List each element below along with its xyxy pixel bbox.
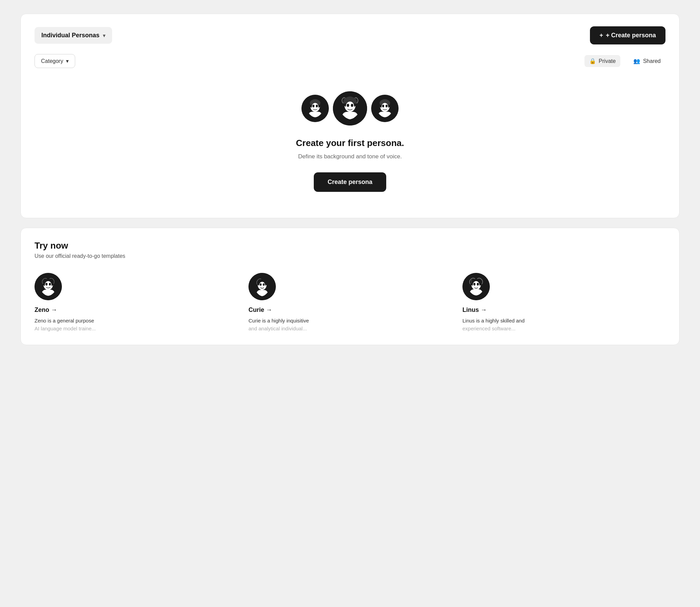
zeno-avatar (35, 273, 62, 300)
persona-icon-center (333, 91, 367, 126)
curie-desc-visible: Curie is a highly inquisitive (248, 318, 309, 324)
template-zeno[interactable]: Zeno → Zeno is a general purpose AI lang… (35, 273, 238, 332)
svg-point-16 (382, 105, 384, 107)
linus-avatar (462, 273, 490, 300)
zeno-desc-faded: AI language model traine... (35, 326, 96, 331)
private-option[interactable]: 🔒 Private (584, 55, 621, 67)
empty-state: Create your first persona. Define its ba… (35, 84, 665, 206)
template-curie[interactable]: Curie → Curie is a highly inquisitive an… (248, 273, 452, 332)
create-persona-button[interactable]: + + Create persona (590, 26, 665, 44)
svg-point-11 (351, 104, 353, 107)
zeno-desc: Zeno is a general purpose AI language mo… (35, 317, 238, 332)
plus-icon: + (600, 32, 603, 39)
shared-option[interactable]: 👥 Shared (629, 55, 665, 67)
svg-point-22 (45, 283, 48, 286)
linus-name: Linus → (462, 306, 665, 314)
individual-personas-dropdown[interactable]: Individual Personas ▾ (35, 27, 112, 44)
create-persona-label: + Create persona (606, 32, 656, 39)
curie-name: Curie → (248, 306, 452, 314)
empty-subtitle: Define its background and tone of voice. (298, 153, 402, 160)
try-now-subtitle: Use our official ready-to-go templates (35, 253, 665, 259)
individual-personas-card: Individual Personas ▾ + + Create persona… (21, 14, 679, 218)
category-chevron-icon: ▾ (66, 58, 69, 64)
zeno-desc-visible: Zeno is a general purpose (35, 318, 94, 324)
create-persona-center-button[interactable]: Create persona (314, 172, 386, 192)
curie-avatar (248, 273, 276, 300)
svg-point-23 (49, 283, 51, 286)
linus-desc: Linus is a highly skilled and experience… (462, 317, 665, 332)
zeno-name: Zeno → (35, 306, 238, 314)
chevron-down-icon: ▾ (103, 33, 105, 38)
persona-icon-right (371, 95, 399, 122)
svg-point-34 (473, 283, 475, 286)
shared-icon: 👥 (633, 58, 640, 64)
linus-desc-visible: Linus is a highly skilled and (462, 318, 525, 324)
try-now-card: Try now Use our official ready-to-go tem… (21, 228, 679, 345)
curie-desc: Curie is a highly inquisitive and analyt… (248, 317, 452, 332)
svg-point-4 (312, 105, 314, 107)
lock-icon: 🔒 (589, 58, 596, 64)
svg-point-28 (260, 283, 262, 286)
create-persona-center-label: Create persona (327, 179, 372, 185)
private-label: Private (599, 58, 616, 64)
persona-icon-left (301, 95, 329, 122)
try-now-title: Try now (35, 240, 665, 251)
svg-point-10 (347, 104, 349, 107)
svg-point-17 (386, 105, 388, 107)
curie-desc-faded: and analytical individual... (248, 326, 307, 331)
empty-title: Create your first persona. (296, 138, 404, 148)
category-dropdown[interactable]: Category ▾ (35, 54, 75, 68)
category-label: Category (41, 58, 63, 64)
privacy-toggle: 🔒 Private 👥 Shared (584, 55, 665, 67)
linus-desc-faded: experienced software... (462, 326, 515, 331)
top-bar: Individual Personas ▾ + + Create persona (35, 26, 665, 44)
template-linus[interactable]: Linus → Linus is a highly skilled and ex… (462, 273, 665, 332)
svg-point-5 (316, 105, 318, 107)
filter-bar: Category ▾ 🔒 Private 👥 Shared (35, 54, 665, 68)
templates-grid: Zeno → Zeno is a general purpose AI lang… (35, 273, 665, 332)
svg-point-29 (263, 283, 265, 286)
dropdown-label: Individual Personas (41, 32, 99, 39)
persona-icons-row (301, 91, 399, 126)
shared-label: Shared (643, 58, 661, 64)
svg-point-35 (477, 283, 479, 286)
